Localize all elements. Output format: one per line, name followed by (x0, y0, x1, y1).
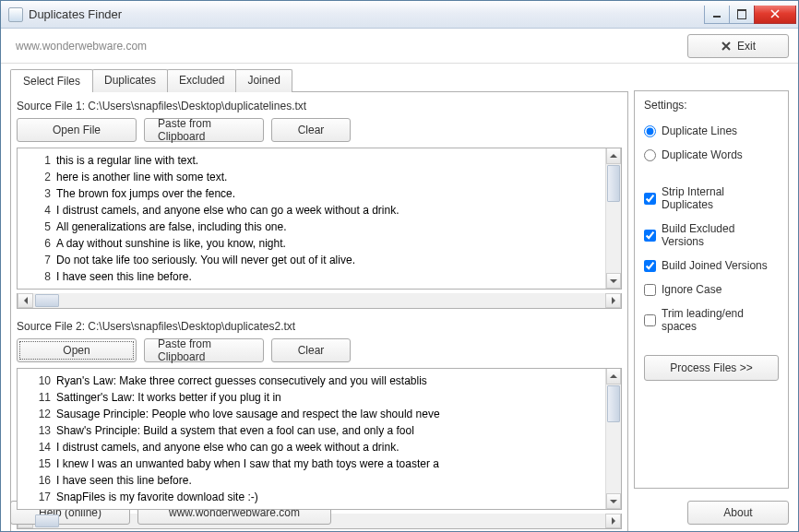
source1-paste-button[interactable]: Paste from Clipboard (144, 118, 264, 142)
settings-header: Settings: (644, 99, 779, 112)
close-icon (721, 41, 732, 52)
radio-label: Duplicate Words (662, 148, 743, 161)
toolbar: www.wonderwebware.com Exit (1, 29, 798, 64)
source2-paste-button[interactable]: Paste from Clipboard (144, 338, 264, 362)
radio-label: Duplicate Lines (662, 124, 737, 137)
scrollbar-horizontal[interactable] (17, 293, 622, 309)
tab-bar: Select Files Duplicates Excluded Joined (10, 69, 628, 92)
source2-textarea[interactable]: 10Ryan's Law: Make three correct guesses… (17, 368, 622, 510)
source1-label: Source File 1: C:\Users\snapfiles\Deskto… (17, 98, 622, 114)
scrollbar-vertical[interactable] (605, 369, 621, 509)
titlebar: Duplicates Finder (1, 1, 798, 29)
scrollbar-horizontal[interactable] (17, 514, 622, 529)
scrollbar-vertical[interactable] (605, 148, 621, 289)
about-button[interactable]: About (687, 501, 789, 525)
radio-duplicate-lines[interactable]: Duplicate Lines (644, 123, 779, 139)
tab-excluded[interactable]: Excluded (167, 69, 236, 92)
close-button[interactable] (754, 6, 796, 24)
window-title: Duplicates Finder (29, 7, 705, 21)
app-icon (8, 7, 23, 22)
process-files-button[interactable]: Process Files >> (644, 355, 779, 381)
check-trim-spaces[interactable]: Trim leading/end spaces (644, 305, 779, 335)
source2-label: Source File 2: C:\Users\snapfiles\Deskto… (17, 318, 622, 335)
source1-textarea[interactable]: 1this is a regular line with text.2here … (17, 148, 622, 290)
maximize-button[interactable] (729, 6, 755, 24)
check-label: Build Excluded Versions (662, 222, 779, 248)
check-build-excluded[interactable]: Build Excluded Versions (644, 220, 779, 250)
source2-clear-button[interactable]: Clear (271, 338, 351, 362)
check-label: Build Joined Versions (662, 259, 768, 272)
source1-clear-button[interactable]: Clear (271, 118, 351, 142)
check-label: Strip Internal Duplicates (662, 185, 779, 211)
check-label: Trim leading/end spaces (662, 307, 779, 333)
check-build-joined[interactable]: Build Joined Versions (644, 257, 779, 274)
exit-button[interactable]: Exit (687, 34, 789, 58)
radio-duplicate-words[interactable]: Duplicate Words (644, 147, 779, 163)
site-url-text: www.wonderwebware.com (10, 36, 680, 56)
minimize-button[interactable] (704, 6, 730, 24)
check-ignore-case[interactable]: Ignore Case (644, 281, 779, 298)
tab-duplicates[interactable]: Duplicates (92, 69, 168, 92)
source2-open-button[interactable]: Open (17, 338, 137, 362)
tab-joined[interactable]: Joined (235, 69, 292, 92)
check-strip-internal[interactable]: Strip Internal Duplicates (644, 183, 779, 213)
tab-panel: Source File 1: C:\Users\snapfiles\Deskto… (10, 91, 628, 532)
source1-open-button[interactable]: Open File (17, 118, 137, 142)
tab-select-files[interactable]: Select Files (10, 69, 93, 92)
exit-label: Exit (737, 40, 756, 53)
check-label: Ignore Case (662, 283, 721, 296)
settings-panel: Settings: Duplicate Lines Duplicate Word… (634, 90, 789, 489)
